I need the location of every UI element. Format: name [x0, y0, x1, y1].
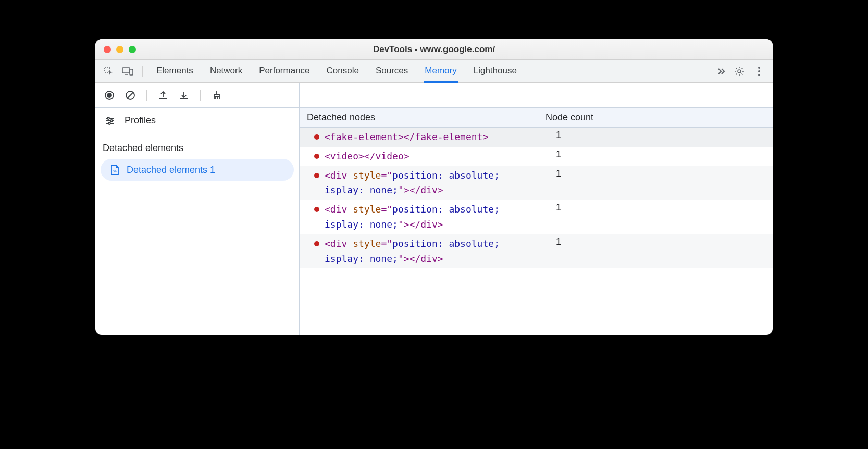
cell-node-count: 1	[538, 147, 773, 166]
column-node-count[interactable]: Node count	[538, 108, 773, 127]
profile-item-label: Detached elements 1	[127, 165, 215, 176]
svg-point-9	[107, 93, 111, 97]
record-icon[interactable]	[103, 89, 116, 102]
divider	[146, 90, 147, 101]
svg-point-15	[110, 120, 113, 122]
profiles-label: Profiles	[125, 115, 156, 126]
cell-detached-node: <div style="position: absolute; isplay: …	[300, 200, 538, 234]
maximize-window-button[interactable]	[129, 46, 136, 53]
svg-point-17	[108, 122, 110, 124]
table-body: <fake-element></fake-element>1<video></v…	[300, 128, 773, 335]
download-icon[interactable]	[177, 89, 191, 102]
traffic-lights	[104, 46, 136, 53]
status-dot-icon	[314, 134, 319, 140]
profile-items: % Detached elements 1	[95, 159, 299, 181]
main-tabbar: ElementsNetworkPerformanceConsoleSources…	[95, 60, 773, 83]
status-dot-icon	[314, 241, 319, 246]
profile-item[interactable]: % Detached elements 1	[101, 159, 294, 181]
divider	[200, 90, 201, 101]
broom-icon[interactable]	[210, 89, 224, 102]
svg-rect-3	[130, 69, 133, 75]
window-title: DevTools - www.google.com/	[95, 44, 773, 55]
profile-toolbar	[95, 83, 299, 108]
close-window-button[interactable]	[104, 46, 111, 53]
tab-performance[interactable]: Performance	[258, 60, 311, 82]
cell-detached-node: <fake-element></fake-element>	[300, 128, 538, 147]
settings-icon[interactable]	[732, 64, 747, 79]
cell-detached-node: <div style="position: absolute; isplay: …	[300, 166, 538, 201]
table-row[interactable]: <video></video>1	[300, 147, 773, 166]
table-row[interactable]: <fake-element></fake-element>1	[300, 128, 773, 147]
main-panel: Detached nodes Node count <fake-element>…	[300, 83, 773, 335]
table-row[interactable]: <div style="position: absolute; isplay: …	[300, 166, 773, 201]
more-tabs-icon[interactable]	[713, 64, 728, 79]
status-dot-icon	[314, 207, 319, 212]
device-toolbar-icon[interactable]	[120, 64, 135, 79]
svg-text:%: %	[113, 169, 116, 173]
tab-memory[interactable]: Memory	[424, 60, 457, 83]
svg-point-4	[738, 70, 741, 73]
table-header: Detached nodes Node count	[300, 108, 773, 128]
table-row[interactable]: <div style="position: absolute; isplay: …	[300, 200, 773, 234]
tab-sources[interactable]: Sources	[375, 60, 409, 82]
cell-node-count: 1	[538, 166, 773, 201]
column-detached-nodes[interactable]: Detached nodes	[300, 108, 538, 127]
divider	[142, 66, 143, 77]
svg-line-11	[127, 92, 133, 98]
profiles-header[interactable]: Profiles	[95, 108, 299, 133]
file-icon: %	[110, 164, 119, 176]
svg-point-5	[758, 67, 760, 69]
tab-elements[interactable]: Elements	[155, 60, 194, 82]
section-label: Detached elements	[95, 133, 299, 159]
sidebar: Profiles Detached elements % Detached el…	[95, 83, 300, 335]
minimize-window-button[interactable]	[116, 46, 123, 53]
svg-rect-1	[122, 68, 130, 73]
tabs: ElementsNetworkPerformanceConsoleSources…	[155, 60, 709, 82]
table-row[interactable]: <div style="position: absolute; isplay: …	[300, 234, 773, 269]
titlebar: DevTools - www.google.com/	[95, 39, 773, 60]
tab-lighthouse[interactable]: Lighthouse	[473, 60, 518, 82]
status-dot-icon	[314, 154, 319, 159]
devtools-window: DevTools - www.google.com/ ElementsNetwo…	[95, 39, 773, 335]
svg-point-6	[758, 70, 760, 72]
cell-node-count: 1	[538, 128, 773, 147]
cell-node-count: 1	[538, 200, 773, 234]
svg-point-7	[758, 74, 760, 76]
kebab-menu-icon[interactable]	[752, 64, 766, 79]
status-dot-icon	[314, 173, 319, 178]
cell-detached-node: <video></video>	[300, 147, 538, 166]
content-area: Profiles Detached elements % Detached el…	[95, 83, 773, 335]
cell-detached-node: <div style="position: absolute; isplay: …	[300, 234, 538, 269]
upload-icon[interactable]	[156, 89, 170, 102]
inspect-element-icon[interactable]	[102, 64, 116, 79]
sliders-icon	[105, 116, 115, 126]
svg-point-13	[107, 117, 109, 119]
cell-node-count: 1	[538, 234, 773, 269]
tab-console[interactable]: Console	[326, 60, 360, 82]
tab-network[interactable]: Network	[209, 60, 243, 82]
clear-icon[interactable]	[123, 89, 137, 102]
main-toolbar	[300, 83, 773, 108]
